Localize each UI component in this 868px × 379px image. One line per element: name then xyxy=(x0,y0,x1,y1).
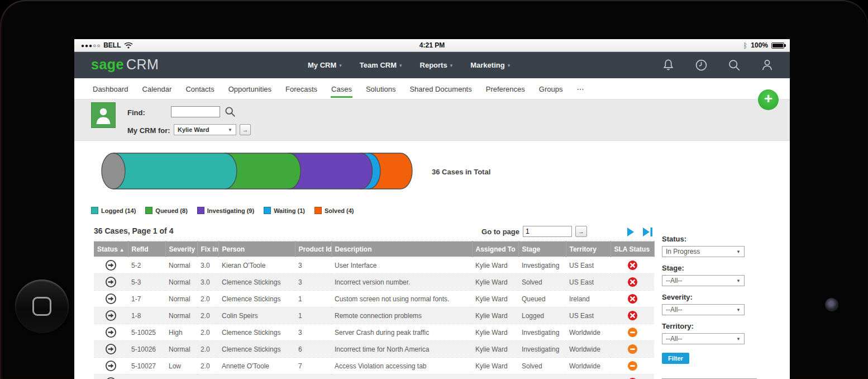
user-icon[interactable] xyxy=(760,58,774,72)
goto-page-button[interactable]: → xyxy=(575,226,587,237)
nav-menu-my-crm[interactable]: My CRM▾ xyxy=(308,61,342,69)
chevron-down-icon: ▼ xyxy=(736,249,741,254)
open-case-icon[interactable] xyxy=(105,377,117,379)
filter-stage-select[interactable]: --All-- ▼ xyxy=(662,275,745,286)
open-case-icon[interactable] xyxy=(105,343,117,355)
cell-ref[interactable]: 5-3 xyxy=(128,274,165,291)
filter-severity-select[interactable]: --All-- ▼ xyxy=(662,304,745,315)
tab-opportunities[interactable]: Opportunities xyxy=(228,79,272,98)
table-row[interactable]: 5-3Normal3.0Clemence Stickings3Incorrect… xyxy=(94,274,654,291)
column-header-assigned-to[interactable]: Assigned To xyxy=(472,241,518,257)
nav-menu-reports[interactable]: Reports▾ xyxy=(420,61,453,69)
open-case-icon[interactable] xyxy=(105,293,117,305)
cell-person[interactable]: Clemence Stickings xyxy=(218,274,295,291)
person-avatar[interactable] xyxy=(91,102,116,128)
table-row[interactable]: 5-10025High2.0Clemence Stickings3Server … xyxy=(94,324,654,341)
cell-status[interactable] xyxy=(94,257,128,274)
cell-status[interactable] xyxy=(94,324,128,341)
tab-solutions[interactable]: Solutions xyxy=(365,79,396,98)
brand-logo[interactable]: sageCRM xyxy=(91,56,159,73)
tab-calendar[interactable]: Calendar xyxy=(142,79,173,98)
cell-ref[interactable]: 1-8 xyxy=(128,307,165,324)
open-case-icon[interactable] xyxy=(105,360,117,372)
cell-severity: Normal xyxy=(165,307,197,324)
column-header-refid[interactable]: RefId xyxy=(128,241,165,257)
filter-status-select[interactable]: In Progress ▼ xyxy=(662,246,745,257)
find-search-icon[interactable] xyxy=(224,106,236,118)
mycrm-go-button[interactable]: → xyxy=(240,124,251,135)
tab-more[interactable]: ⋯ xyxy=(576,79,584,98)
cell-person[interactable]: Annette O'Toole xyxy=(218,358,295,375)
cell-status[interactable] xyxy=(94,307,128,324)
tab-forecasts[interactable]: Forecasts xyxy=(285,79,318,98)
cell-status[interactable] xyxy=(94,291,128,307)
cell-person[interactable]: Clemence Stickings xyxy=(218,324,295,341)
tab-shared-documents[interactable]: Shared Documents xyxy=(409,79,472,98)
cell-status[interactable] xyxy=(94,358,128,375)
cases-table: Status▲RefIdSeverityFix inPersonProduct … xyxy=(94,241,655,379)
cell-status[interactable] xyxy=(94,375,128,379)
cell-assigned: Kylie Ward xyxy=(472,274,518,291)
cell-ref[interactable]: 1-7 xyxy=(128,291,165,307)
tab-dashboard[interactable]: Dashboard xyxy=(92,79,129,98)
table-row[interactable]: 5-10027Low2.0Annette O'Toole7Access Viol… xyxy=(94,358,654,375)
mycrm-user-select[interactable]: Kylie Ward ▼ xyxy=(174,124,236,135)
table-row[interactable]: 5-10026Normal2.0Clemence Stickings6Incor… xyxy=(94,341,654,358)
cell-severity xyxy=(165,375,197,379)
open-case-icon[interactable] xyxy=(105,259,117,271)
tab-groups[interactable]: Groups xyxy=(538,79,564,98)
cell-person[interactable] xyxy=(218,375,295,379)
open-case-icon[interactable] xyxy=(105,326,117,338)
cell-person[interactable]: Clemence Stickings xyxy=(218,341,295,358)
filter-territory-select[interactable]: --All-- ▼ xyxy=(662,333,745,344)
cell-assigned: Kylie Ward xyxy=(472,358,518,375)
column-header-sla-status[interactable]: SLA Status xyxy=(611,241,654,257)
column-header-stage[interactable]: Stage xyxy=(518,241,566,257)
column-header-person[interactable]: Person xyxy=(218,241,295,257)
cell-ref[interactable]: 5-10027 xyxy=(128,358,165,375)
next-page-icon[interactable] xyxy=(626,227,635,237)
last-page-icon[interactable] xyxy=(642,227,653,237)
legend-swatch-icon xyxy=(264,207,271,214)
table-row[interactable]: 1-7Normal2.0Clemence Stickings1Custom sc… xyxy=(94,291,654,307)
legend-label: Waiting (1) xyxy=(274,207,305,214)
cell-ref[interactable]: 5-2 xyxy=(128,257,165,274)
legend-label: Investigating (9) xyxy=(207,207,254,214)
cell-status[interactable] xyxy=(94,341,128,358)
column-header-severity[interactable]: Severity xyxy=(165,241,197,257)
nav-menu-team-crm[interactable]: Team CRM▾ xyxy=(360,61,402,69)
bell-icon[interactable] xyxy=(661,58,675,72)
filter-button[interactable]: Filter xyxy=(662,353,689,364)
table-row[interactable] xyxy=(94,375,654,379)
cases-list: 36 Cases, Page 1 of 4 Go to page → Statu… xyxy=(94,226,654,379)
goto-page-input[interactable] xyxy=(523,226,572,237)
search-icon[interactable] xyxy=(727,58,741,72)
add-new-button[interactable]: + xyxy=(758,89,779,110)
column-header-status[interactable]: Status▲ xyxy=(94,241,128,257)
cell-person[interactable]: Kieran O'Toole xyxy=(218,257,295,274)
table-row[interactable]: 1-8Normal2.0Colin Speirs1Remote connecti… xyxy=(94,307,654,324)
nav-menu-marketing[interactable]: Marketing▾ xyxy=(470,61,510,69)
cell-status[interactable] xyxy=(94,274,128,291)
open-case-icon[interactable] xyxy=(105,310,117,321)
tab-preferences[interactable]: Preferences xyxy=(485,79,526,98)
cell-ref[interactable]: 5-10026 xyxy=(128,341,165,358)
home-button[interactable] xyxy=(15,279,69,333)
cell-person[interactable]: Clemence Stickings xyxy=(218,291,295,307)
column-header-description[interactable]: Description xyxy=(331,241,472,257)
cell-ref[interactable] xyxy=(128,375,165,379)
tab-contacts[interactable]: Contacts xyxy=(185,79,214,98)
find-input[interactable] xyxy=(171,106,220,117)
clock-icon[interactable] xyxy=(694,58,708,72)
column-header-product-id[interactable]: Product Id xyxy=(295,241,331,257)
table-row[interactable]: 5-2Normal3.0Kieran O'Toole3User Interfac… xyxy=(94,257,654,274)
cell-territory: US East xyxy=(566,307,611,324)
brand-sage: sage xyxy=(91,56,124,72)
cell-product xyxy=(295,375,331,379)
column-header-territory[interactable]: Territory xyxy=(566,241,611,257)
tab-cases[interactable]: Cases xyxy=(331,79,352,98)
column-header-fix-in[interactable]: Fix in xyxy=(197,241,218,257)
open-case-icon[interactable] xyxy=(105,276,117,288)
cell-person[interactable]: Colin Speirs xyxy=(218,307,295,324)
cell-ref[interactable]: 5-10025 xyxy=(128,324,165,341)
